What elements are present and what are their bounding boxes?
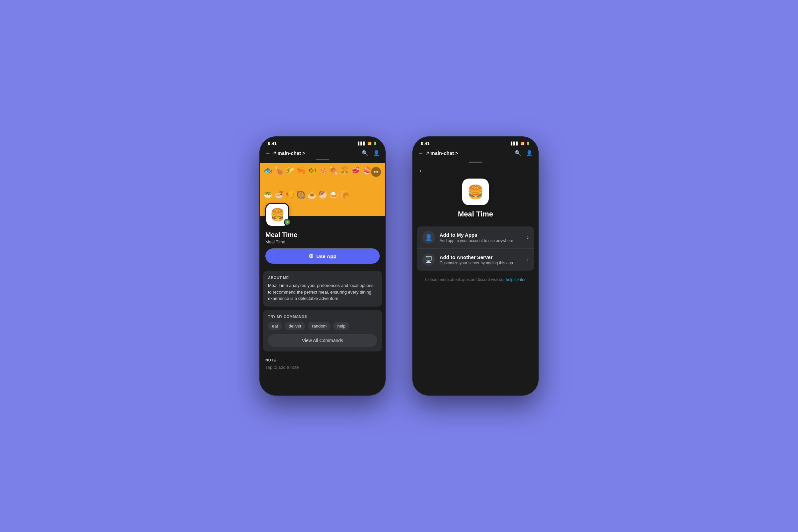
phone2-content: ← 🍔 Meal Time 👤 Add to My Apps Add app t… xyxy=(413,159,538,392)
food-emoji-8: 🍔 xyxy=(340,166,349,189)
app-name-2: Meal Time xyxy=(458,210,493,218)
command-chip-deliver[interactable]: deliver xyxy=(285,322,305,330)
status-time-1: 9:41 xyxy=(268,141,277,146)
plus-icon: ⊕ xyxy=(308,252,314,260)
status-icons-1: ▋▋▋ 📶 🔋 xyxy=(358,141,377,145)
view-all-commands-button[interactable]: View All Commands xyxy=(268,334,377,347)
help-text: To learn more about apps on Discord visi… xyxy=(417,277,535,282)
food-emoji-2: 🍗 xyxy=(274,166,283,189)
commands-label: Try My Commands xyxy=(268,315,377,319)
back-bar: ← xyxy=(413,166,538,178)
use-app-label: Use App xyxy=(316,253,336,259)
phone1-content: 🐟 🍗 🌮 🦐 🐠 🍕 🍖 🍔 🥩 🍣 🥗 🍜 🍤 🥘 🍝 🥙 🍛 🥐 xyxy=(260,159,385,392)
status-time-2: 9:41 xyxy=(421,141,430,146)
view-all-label: View All Commands xyxy=(302,338,343,343)
signal-icon-2: ▋▋▋ xyxy=(511,141,519,145)
battery-icon: 🔋 xyxy=(373,141,377,145)
phone-1: 9:41 ▋▋▋ 📶 🔋 ← # main-chat > 🔍 👤 🐟 🍗 🌮 🦐… xyxy=(259,136,386,396)
wifi-icon: 📶 xyxy=(367,141,372,145)
wifi-icon-2: 📶 xyxy=(520,141,524,145)
app-name-sub-1: Meal Time xyxy=(265,240,380,244)
drag-handle-2 xyxy=(469,162,482,163)
food-emoji-3: 🌮 xyxy=(285,166,294,189)
options-card: 👤 Add to My Apps Add app to your account… xyxy=(417,226,534,271)
add-to-my-apps-icon: 👤 xyxy=(422,231,435,244)
banner-more-button[interactable]: ••• xyxy=(371,167,381,177)
search-icon-2[interactable]: 🔍 xyxy=(515,150,521,156)
back-arrow-icon[interactable]: ← xyxy=(265,150,271,156)
status-bar-2: 9:41 ▋▋▋ 📶 🔋 xyxy=(413,137,538,147)
app-icon-2: 🍔 xyxy=(462,178,489,205)
command-chip-help[interactable]: help xyxy=(333,322,349,330)
members-icon[interactable]: 👤 xyxy=(373,150,380,156)
add-to-server-row[interactable]: 🖥️ Add to Another Server Customize your … xyxy=(417,249,534,271)
help-center-link[interactable]: help center. xyxy=(506,277,526,282)
online-badge: ⚡ xyxy=(284,219,291,225)
nav-icons-2: 🔍 👤 xyxy=(515,150,533,156)
add-to-server-icon: 🖥️ xyxy=(422,253,435,266)
status-icons-2: ▋▋▋ 📶 🔋 xyxy=(511,141,530,145)
add-to-my-apps-desc: Add app to your account to use anywhere xyxy=(440,239,522,243)
drag-handle xyxy=(316,159,329,160)
food-emoji-9: 🥩 xyxy=(351,166,360,189)
food-emoji-1: 🐟 xyxy=(263,166,272,189)
channel-name-2[interactable]: # main-chat > xyxy=(426,150,512,156)
nav-icons-1: 🔍 👤 xyxy=(362,150,380,156)
add-to-server-chevron: › xyxy=(527,257,529,263)
nav-bar-2: ← # main-chat > 🔍 👤 xyxy=(413,147,538,159)
command-chip-random[interactable]: random xyxy=(308,322,330,330)
food-emoji-6: 🍕 xyxy=(318,166,327,189)
food-emoji-4: 🦐 xyxy=(296,166,305,189)
note-input[interactable]: Tap to add a note xyxy=(265,365,380,370)
add-to-server-title: Add to Another Server xyxy=(440,254,522,260)
add-to-my-apps-text: Add to My Apps Add app to your account t… xyxy=(440,232,522,243)
about-text: Meal Time analyzes your preferences and … xyxy=(268,282,377,302)
search-icon[interactable]: 🔍 xyxy=(362,150,368,156)
note-section: Note Tap to add a note xyxy=(260,355,385,376)
add-to-my-apps-title: Add to My Apps xyxy=(440,232,522,238)
add-to-my-apps-chevron: › xyxy=(527,234,529,241)
food-emoji-5: 🐠 xyxy=(307,166,316,189)
add-to-my-apps-row[interactable]: 👤 Add to My Apps Add app to your account… xyxy=(417,226,534,249)
channel-name-1[interactable]: # main-chat > xyxy=(273,150,359,156)
profile-section: Meal Time Meal Time ⊕ Use App xyxy=(260,229,385,268)
about-section: About Me Meal Time analyzes your prefere… xyxy=(263,271,382,307)
food-emoji-7: 🍖 xyxy=(329,166,338,189)
members-icon-2[interactable]: 👤 xyxy=(526,150,533,156)
status-bar-1: 9:41 ▋▋▋ 📶 🔋 xyxy=(260,137,385,147)
app-icon-container: 🍔 ⚡ xyxy=(260,203,385,227)
modal-back-button[interactable]: ← xyxy=(418,167,425,174)
nav-bar-1: ← # main-chat > 🔍 👤 xyxy=(260,147,385,159)
back-arrow-icon-2[interactable]: ← xyxy=(418,150,424,156)
phone-2: 9:41 ▋▋▋ 📶 🔋 ← # main-chat > 🔍 👤 ← 🍔 Mea… xyxy=(412,136,539,396)
commands-chips: eat deliver random help xyxy=(268,322,377,330)
note-label: Note xyxy=(265,358,380,362)
battery-icon-2: 🔋 xyxy=(526,141,530,145)
use-app-button[interactable]: ⊕ Use App xyxy=(265,248,380,264)
app-name-title-1: Meal Time xyxy=(265,231,380,239)
commands-section: Try My Commands eat deliver random help … xyxy=(263,310,382,352)
help-text-content: To learn more about apps on Discord visi… xyxy=(424,277,506,282)
food-emoji-10: 🍣 xyxy=(362,166,371,189)
add-to-server-desc: Customize your server by adding this app xyxy=(440,261,522,265)
add-to-server-text: Add to Another Server Customize your ser… xyxy=(440,254,522,265)
command-chip-eat[interactable]: eat xyxy=(268,322,282,330)
signal-icon: ▋▋▋ xyxy=(358,141,366,145)
about-label: About Me xyxy=(268,276,377,280)
